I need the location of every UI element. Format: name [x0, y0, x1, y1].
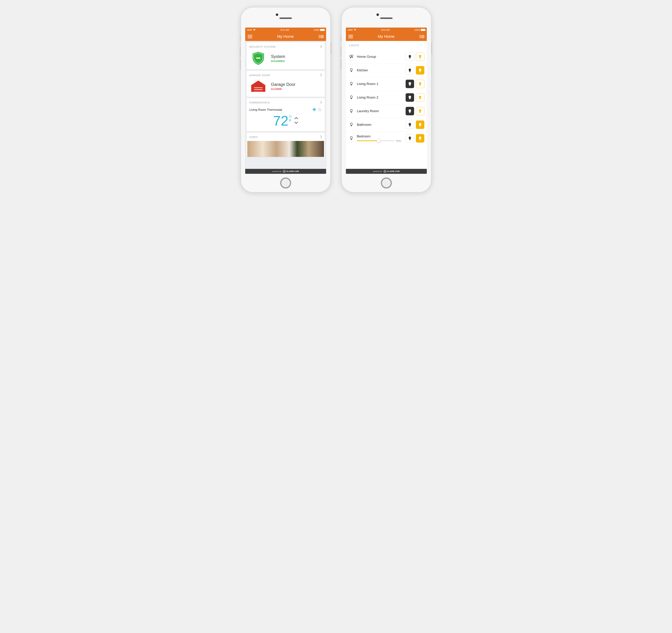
- statusbar-time: 9:41 AM: [381, 29, 390, 31]
- chevron-right-icon: [320, 101, 322, 104]
- bulb-icon: [349, 68, 354, 73]
- footer-powered: powered by: [272, 170, 282, 172]
- chevron-right-icon: [320, 45, 322, 49]
- content-left: SECURITY SYSTEM System: [245, 41, 326, 169]
- lights-section-header: LIGHTS: [346, 41, 427, 49]
- light-off-button[interactable]: [406, 80, 414, 88]
- nav-title: My Home: [277, 34, 294, 39]
- svg-rect-20: [409, 99, 411, 99]
- statusbar: ●●●●● 9:41 AM 100%: [245, 28, 326, 32]
- svg-rect-10: [352, 57, 353, 57]
- temp-down-button[interactable]: [294, 121, 298, 125]
- light-name: Home Group: [357, 55, 403, 59]
- wifi-icon: [354, 29, 357, 31]
- svg-rect-5: [254, 90, 263, 91]
- light-off-button[interactable]: [406, 66, 414, 75]
- svg-rect-24: [419, 113, 421, 113]
- statusbar: ●●●●● 9:41 AM 100%: [346, 28, 427, 32]
- home-button[interactable]: [280, 177, 291, 189]
- phone-speaker: [280, 18, 292, 19]
- light-row: Home Group: [346, 50, 427, 64]
- alarm-logo-icon: [283, 170, 286, 173]
- security-status: DISARMED: [271, 60, 285, 63]
- bulb-icon: [349, 122, 354, 127]
- alarm-logo-icon: [384, 170, 386, 173]
- footer: powered by ALARM.COM: [346, 169, 427, 174]
- temp-up-button[interactable]: [294, 117, 298, 120]
- phone-mock-right: ●●●●● 9:41 AM 100% My Home: [341, 7, 431, 193]
- light-on-button[interactable]: [416, 80, 424, 88]
- thermostats-card[interactable]: THERMOSTATS Living Room Thermostat: [247, 98, 325, 131]
- light-off-button[interactable]: [406, 134, 414, 143]
- wifi-icon: [253, 29, 256, 31]
- screen-left: ●●●●● 9:41 AM 100% My Home: [245, 28, 326, 174]
- light-off-button[interactable]: [406, 93, 414, 102]
- screen-right: ●●●●● 9:41 AM 100% My Home: [346, 28, 427, 174]
- garage-device-name: Garage Door: [271, 82, 295, 87]
- menu-button[interactable]: [349, 35, 353, 38]
- light-row: Laundry Room: [346, 104, 427, 118]
- menu-button[interactable]: [248, 35, 252, 38]
- svg-rect-11: [409, 58, 411, 59]
- chevron-right-icon: [320, 135, 322, 139]
- footer-powered: powered by: [373, 170, 382, 172]
- garage-header: GARAGE DOOR: [249, 74, 270, 77]
- light-off-button[interactable]: [406, 107, 414, 115]
- thermostat-name: Living Room Thermostat: [249, 108, 282, 112]
- snowflake-icon[interactable]: [312, 107, 316, 112]
- footer-brand: ALARM.COM: [384, 170, 400, 173]
- light-name: Laundry Room: [357, 109, 403, 113]
- svg-rect-12: [419, 58, 421, 59]
- svg-rect-23: [409, 113, 411, 113]
- light-on-button[interactable]: [416, 120, 424, 129]
- svg-rect-18: [419, 85, 421, 86]
- light-row: Kitchen: [346, 64, 427, 77]
- garage-card[interactable]: GARAGE DOOR: [247, 71, 325, 97]
- light-name: Bathroom: [357, 123, 403, 127]
- light-off-button[interactable]: [406, 120, 414, 129]
- statusbar-time: 9:41 AM: [281, 29, 289, 31]
- light-row: Bedroom75%: [346, 131, 427, 145]
- schedule-icon[interactable]: [318, 107, 322, 112]
- brightness-slider[interactable]: 75%: [357, 139, 403, 142]
- svg-rect-14: [409, 72, 411, 72]
- phone-mock-left: ●●●●● 9:41 AM 100% My Home: [241, 7, 331, 193]
- light-row: Living Room 2: [346, 91, 427, 104]
- phone-camera: [377, 14, 379, 16]
- security-header: SECURITY SYSTEM: [249, 45, 275, 48]
- scenes-button[interactable]: [319, 34, 323, 39]
- navbar: My Home: [346, 32, 427, 41]
- light-off-button[interactable]: [406, 52, 414, 61]
- light-row: Living Room 1: [346, 77, 427, 91]
- bulb-icon: [349, 81, 354, 86]
- shield-icon: [249, 51, 267, 65]
- bulb-icon: [349, 95, 354, 100]
- svg-rect-22: [351, 112, 352, 113]
- light-on-button[interactable]: [416, 93, 424, 102]
- light-on-button[interactable]: [416, 66, 424, 75]
- phone-camera: [276, 14, 278, 16]
- signal-dots-icon: ●●●●●: [347, 29, 353, 31]
- security-card[interactable]: SECURITY SYSTEM System: [247, 42, 325, 69]
- svg-rect-21: [419, 99, 421, 99]
- light-row: Bathroom: [346, 118, 427, 131]
- chevron-right-icon: [320, 73, 322, 77]
- light-name: Kitchen: [357, 68, 403, 72]
- svg-rect-29: [409, 140, 411, 140]
- battery-icon: [320, 29, 325, 31]
- svg-rect-27: [419, 126, 421, 127]
- nav-title: My Home: [378, 34, 394, 39]
- light-on-button[interactable]: [416, 52, 424, 61]
- home-button[interactable]: [381, 177, 392, 189]
- light-on-button[interactable]: [416, 134, 424, 143]
- svg-rect-19: [351, 98, 352, 99]
- thermostat-temperature: 72: [273, 113, 288, 128]
- video-card[interactable]: VIDEO: [247, 132, 325, 157]
- video-header: VIDEO: [249, 136, 258, 139]
- svg-rect-25: [351, 126, 352, 126]
- scenes-button[interactable]: [419, 34, 424, 39]
- video-thumbnail[interactable]: [247, 141, 324, 157]
- svg-rect-9: [350, 57, 351, 58]
- light-on-button[interactable]: [416, 107, 424, 115]
- svg-rect-30: [419, 140, 421, 140]
